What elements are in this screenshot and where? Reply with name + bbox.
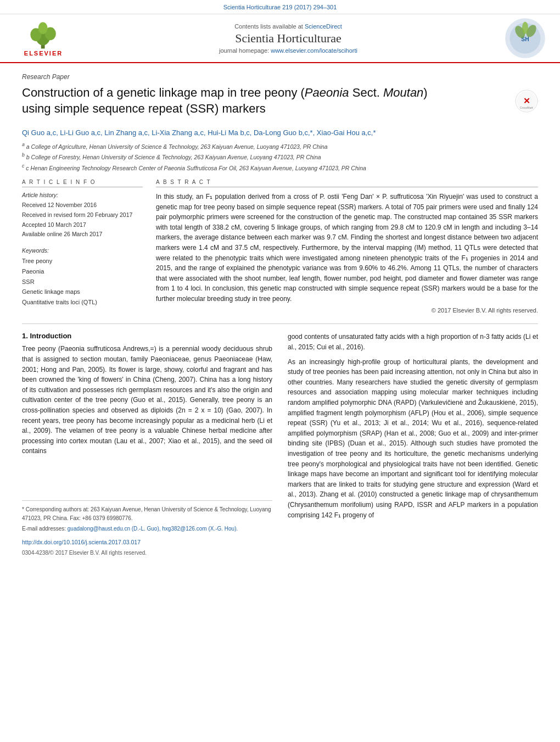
kw-1: Paeonia [22,266,143,277]
date-revised: Received in revised form 20 February 201… [22,210,143,220]
affil-c: c c Henan Engineering Technology Researc… [22,163,538,172]
homepage-link[interactable]: www.elsevier.com/locate/scihorti [271,47,357,54]
intro-para3: As an increasingly high-profile group of… [288,357,538,521]
article-info-abstract: A R T I C L E I N F O Article history: R… [22,179,538,314]
intro-para2: good contents of unsaturated fatty acids… [288,332,538,352]
date-online: Available online 26 March 2017 [22,230,143,239]
affil-b: b b College of Forestry, Henan Universit… [22,152,538,161]
title-part1: Construction of a genetic linkage map in… [22,86,305,99]
title-italic2: Moutan [383,86,423,99]
copyright: © 2017 Elsevier B.V. All rights reserved… [156,307,538,314]
journal-name: Scientia Horticulturae [74,31,503,46]
homepage-line: journal homepage: www.elsevier.com/locat… [74,47,503,54]
journal-title-block: Contents lists available at ScienceDirec… [74,23,503,54]
crossmark-badge[interactable]: ✕ CrossMark [515,90,538,115]
page-content: Research Paper Construction of a genetic… [0,63,560,568]
elsevier-label: ELSEVIER [24,50,63,57]
journal-logo-icon: SH [505,18,546,59]
article-history: Article history: Received 12 November 20… [22,192,143,239]
journal-ref-bar: Scientia Horticulturae 219 (2017) 294–30… [0,0,560,14]
elsevier-tree-icon [24,20,63,50]
title-row: Construction of a genetic linkage map in… [22,85,538,123]
keywords-block: Keywords: Tree peony Paeonia SSR Genetic… [22,247,143,307]
issn-line: 0304-4238/© 2017 Elsevier B.V. All right… [22,549,272,557]
article-title: Construction of a genetic linkage map in… [22,85,445,116]
kw-0: Tree peony [22,256,143,266]
abstract-col: A B S T R A C T In this study, an F₁ pop… [156,179,538,314]
svg-point-4 [38,22,48,34]
affil-a: a a College of Agriculture, Henan Univer… [22,141,538,151]
intro-heading: 1. Introduction [22,332,272,340]
abstract-text: In this study, an F₁ population derived … [156,192,538,304]
journal-logo-block: SH [503,18,547,59]
article-info-title: A R T I C L E I N F O [22,179,143,187]
email-line: E-mail addresses: guadalong@haust.edu.cn… [22,525,272,533]
body-left-col: 1. Introduction Tree peony (Paeonia suff… [22,332,272,557]
title-part2: Sect. [349,86,383,99]
intro-para1: Tree peony (Paeonia suffruticosa Andrews… [22,344,272,456]
keywords-list: Tree peony Paeonia SSR Genetic linkage m… [22,256,143,307]
keywords-label: Keywords: [22,247,143,254]
history-label: Article history: [22,192,143,198]
journal-ref: Scientia Horticulturae 219 (2017) 294–30… [223,4,337,10]
journal-header: ELSEVIER Contents lists available at Sci… [0,14,560,63]
sciencedirect-link[interactable]: ScienceDirect [305,23,342,30]
date-received: Received 12 November 2016 [22,200,143,210]
abstract-title: A B S T R A C T [156,179,538,187]
authors: Qi Guo a,c, Li-Li Guo a,c, Lin Zhang a,c… [22,129,538,137]
body-columns: 1. Introduction Tree peony (Paeonia suff… [22,332,538,557]
body-right-col: good contents of unsaturated fatty acids… [288,332,538,557]
footnote-block: * Corresponding authors at: 263 Kaiyuan … [22,500,272,557]
email-addresses: guadalong@haust.edu.cn (D.-L. Guo), hxg3… [68,526,238,532]
crossmark-icon: ✕ CrossMark [515,90,538,113]
svg-text:✕: ✕ [523,96,530,105]
doi-line: http://dx.doi.org/10.1016/j.scienta.2017… [22,538,272,547]
corresponding-note: * Corresponding authors at: 263 Kaiyuan … [22,505,272,523]
doi-link[interactable]: http://dx.doi.org/10.1016/j.scienta.2017… [22,539,141,545]
article-info-col: A R T I C L E I N F O Article history: R… [22,179,143,314]
email-label: E-mail addresses: [22,526,66,532]
elsevier-logo-block: ELSEVIER [13,20,74,57]
kw-2: SSR [22,277,143,287]
date-accepted: Accepted 10 March 2017 [22,220,143,230]
affiliations: a a College of Agriculture, Henan Univer… [22,141,538,172]
kw-4: Quantitative traits loci (QTL) [22,297,143,308]
contents-available: Contents lists available at ScienceDirec… [74,23,503,30]
article-dates: Received 12 November 2016 Received in re… [22,200,143,239]
kw-3: Genetic linkage maps [22,287,143,297]
svg-point-10 [522,22,528,35]
svg-text:CrossMark: CrossMark [520,106,534,109]
title-italic1: Paeonia [305,86,349,99]
article-type: Research Paper [22,73,538,81]
section-divider [22,323,538,324]
